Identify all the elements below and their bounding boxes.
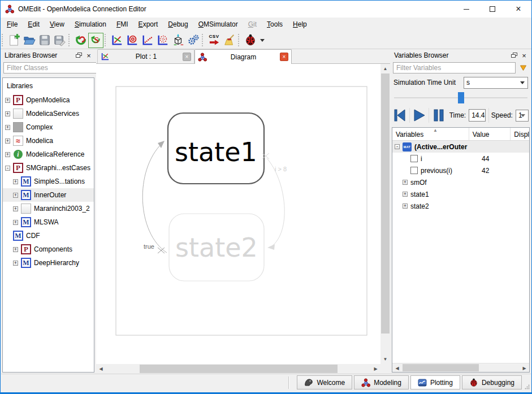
float-panel-button[interactable]	[509, 51, 518, 60]
menu-item[interactable]: Export	[133, 18, 163, 32]
transition-true-line[interactable]	[142, 143, 167, 253]
minimize-button[interactable]	[453, 1, 479, 18]
tab-diagram[interactable]: Diagram ×	[194, 49, 292, 64]
library-item[interactable]: - SMGraphi...estCases	[3, 161, 94, 175]
menu-item[interactable]: Edit	[23, 18, 45, 32]
close-panel-button[interactable]: ×	[84, 51, 93, 60]
debug-button[interactable]	[243, 33, 258, 48]
scroll-right-icon[interactable]: ▶	[371, 364, 380, 374]
menu-item[interactable]: Debug	[163, 18, 193, 32]
expander-icon[interactable]: +	[5, 98, 10, 103]
variable-row[interactable]: + state1	[392, 188, 529, 200]
tab-plot[interactable]: Plot : 1 ×	[97, 49, 194, 63]
menu-item[interactable]: OMSimulator	[193, 18, 243, 32]
expander-icon[interactable]: +	[13, 179, 18, 184]
open-model-button[interactable]	[21, 33, 37, 48]
menu-item[interactable]: File	[2, 18, 23, 32]
scroll-left-icon[interactable]: ◀	[392, 363, 402, 373]
expander-icon[interactable]: +	[5, 138, 10, 144]
library-item[interactable]: + DeepHierarchy	[3, 256, 94, 270]
float-panel-button[interactable]	[74, 51, 83, 60]
re-simulate-setup-button[interactable]: S	[88, 33, 103, 48]
horizontal-scrollbar[interactable]: ◀ ▶	[96, 364, 380, 374]
vertical-scrollbar[interactable]: ▲ ▼	[380, 64, 390, 364]
variable-row[interactable]: previous(i) 42	[392, 164, 529, 176]
expander-icon[interactable]: +	[13, 220, 18, 225]
time-unit-combobox[interactable]: s	[464, 77, 528, 89]
filter-classes-input[interactable]	[3, 62, 98, 73]
expander-icon[interactable]: +	[5, 125, 10, 130]
library-item[interactable]: + OpenModelica	[3, 93, 94, 107]
expander-icon[interactable]: -	[395, 144, 400, 149]
scrollbar-thumb[interactable]	[381, 73, 390, 334]
expander-icon[interactable]: +	[403, 180, 408, 185]
menu-item[interactable]: Tools	[262, 18, 288, 32]
tab-diagram-close-button[interactable]: ×	[280, 53, 288, 61]
variable-row[interactable]: - (Active...erOuter	[392, 141, 529, 153]
menu-item[interactable]: Help	[288, 18, 312, 32]
column-display-unit[interactable]: Displ	[511, 128, 529, 140]
close-panel-button[interactable]: ×	[520, 51, 529, 60]
3d-visualization-button[interactable]	[170, 33, 185, 48]
scroll-left-icon[interactable]: ◀	[96, 364, 106, 374]
debugging-perspective-button[interactable]: Debugging	[462, 375, 522, 389]
library-item[interactable]: + Components	[3, 243, 94, 256]
maximize-button[interactable]	[479, 1, 505, 18]
animation-button[interactable]	[185, 33, 201, 48]
new-parametric-plot-button[interactable]	[124, 33, 140, 48]
close-button[interactable]: ×	[505, 1, 531, 18]
variables-horizontal-scrollbar[interactable]: ◀ ▶	[392, 363, 529, 372]
variable-checkbox[interactable]	[410, 155, 418, 162]
time-slider[interactable]	[394, 91, 527, 105]
menu-item[interactable]: View	[45, 18, 70, 32]
column-value[interactable]: Value	[469, 128, 511, 140]
scroll-down-icon[interactable]: ▼	[380, 354, 390, 364]
filter-variables-input[interactable]	[393, 62, 516, 73]
speed-combobox[interactable]: 1	[516, 110, 529, 122]
modeling-perspective-button[interactable]: Modeling	[354, 375, 409, 389]
menu-item[interactable]: FMI	[111, 18, 133, 32]
slider-handle[interactable]	[458, 92, 464, 103]
scrollbar-thumb[interactable]	[140, 365, 338, 373]
save-as-button[interactable]	[52, 33, 67, 48]
column-variables[interactable]: Variables	[392, 128, 469, 140]
time-field[interactable]: 14.4	[469, 109, 485, 122]
new-array-parametric-plot-button[interactable]	[155, 33, 170, 48]
expander-icon[interactable]: +	[13, 206, 18, 211]
play-button[interactable]	[412, 107, 426, 124]
scroll-up-icon[interactable]: ▲	[380, 64, 390, 73]
toolbar-handle[interactable]	[105, 34, 107, 46]
clear-plot-button[interactable]	[222, 33, 237, 48]
menu-item[interactable]: Simulation	[70, 18, 111, 32]
filter-options-button[interactable]	[517, 62, 529, 73]
toolbar-handle[interactable]	[68, 34, 71, 46]
expander-icon[interactable]: +	[403, 192, 408, 197]
variable-row[interactable]: + smOf	[392, 176, 529, 188]
export-csv-button[interactable]: CSV	[206, 33, 222, 48]
expander-icon[interactable]: +	[13, 193, 18, 198]
expander-icon[interactable]: +	[403, 204, 408, 209]
expander-icon[interactable]: +	[13, 247, 18, 252]
toolbar-handle[interactable]	[202, 34, 205, 46]
library-item[interactable]: + SimpleS...tations	[3, 175, 94, 188]
library-item[interactable]: + Modelica	[3, 134, 94, 148]
variables-header[interactable]: ▲ Variables Value Displ	[392, 128, 529, 141]
library-item[interactable]: + Complex	[3, 120, 94, 134]
rewind-button[interactable]	[393, 107, 406, 124]
welcome-perspective-button[interactable]: Welcome	[297, 375, 352, 389]
re-simulate-button[interactable]	[73, 33, 88, 48]
library-item[interactable]: + Maraninchi2003_2	[3, 202, 94, 215]
toolbar-handle[interactable]	[2, 34, 5, 46]
variable-row[interactable]: i 44	[392, 153, 529, 164]
resize-grip[interactable]	[525, 384, 530, 389]
menu-item[interactable]: Git	[243, 18, 262, 32]
save-button[interactable]	[37, 33, 52, 48]
expander-icon[interactable]: +	[5, 152, 10, 157]
library-item[interactable]: + InnerOuter	[3, 188, 94, 202]
library-item[interactable]: + MLSWA	[3, 215, 94, 229]
expander-icon[interactable]: +	[5, 111, 10, 116]
pause-button[interactable]	[432, 107, 446, 124]
library-item[interactable]: + ModelicaServices	[3, 107, 94, 120]
library-item[interactable]: + ModelicaReference	[3, 148, 94, 161]
variable-checkbox[interactable]	[410, 167, 418, 174]
